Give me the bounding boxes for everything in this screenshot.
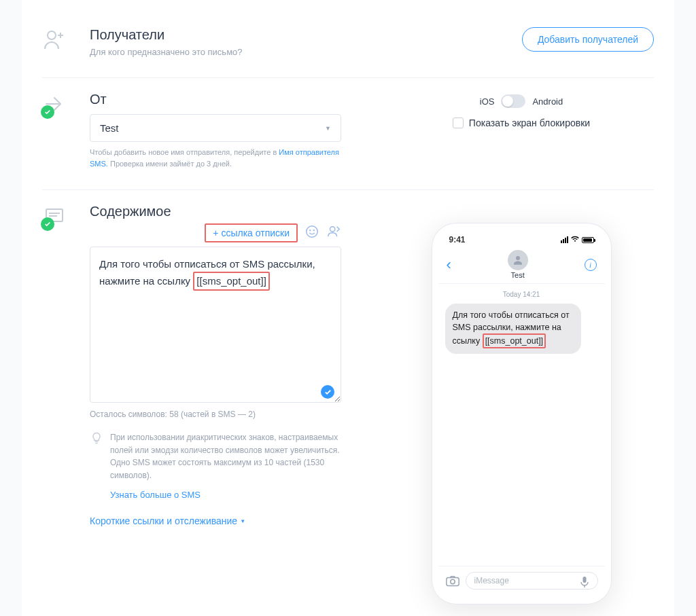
- content-title: Содержимое: [90, 204, 341, 219]
- platform-android-label: Android: [532, 96, 563, 107]
- imessage-input[interactable]: iMessage: [466, 572, 598, 590]
- mic-icon: [580, 576, 589, 585]
- svg-rect-11: [446, 578, 458, 586]
- check-badge-icon: [41, 105, 54, 119]
- status-icons: [561, 236, 594, 244]
- content-section: Содержимое + ссылка отписки Для того что…: [42, 190, 654, 616]
- lightbulb-icon: [90, 431, 103, 445]
- svg-point-12: [450, 579, 454, 583]
- recipients-icon: [42, 27, 67, 52]
- info-icon[interactable]: i: [585, 259, 597, 271]
- svg-point-8: [313, 230, 314, 231]
- chevron-down-icon: ▼: [325, 125, 331, 132]
- avatar-icon: [508, 250, 528, 270]
- status-time: 9:41: [449, 235, 466, 244]
- opt-out-link-button[interactable]: + ссылка отписки: [205, 223, 298, 242]
- message-bubble: Для того чтобы отписаться от SMS рассылк…: [445, 304, 581, 354]
- svg-rect-13: [582, 577, 586, 583]
- svg-point-6: [307, 226, 318, 238]
- validation-check-icon: [321, 385, 334, 399]
- emoji-icon[interactable]: [304, 224, 319, 242]
- platform-ios-label: iOS: [480, 96, 495, 107]
- tracking-toggle[interactable]: Короткие ссылки и отслеживание ▼: [90, 515, 341, 526]
- svg-point-0: [48, 31, 56, 39]
- learn-more-link[interactable]: Узнать больше о SMS: [110, 490, 201, 500]
- lockscreen-label: Показать экран блокировки: [469, 117, 590, 128]
- recipients-title: Получатели: [90, 27, 243, 43]
- back-icon[interactable]: ‹: [447, 256, 451, 274]
- battery-icon: [582, 237, 594, 243]
- from-section: От Test ▼ Чтобы добавить новое имя отпра…: [42, 78, 654, 190]
- sender-select-value: Test: [100, 122, 119, 134]
- svg-point-10: [516, 256, 520, 260]
- lockscreen-checkbox[interactable]: [453, 117, 464, 128]
- contact-name: Test: [511, 271, 525, 279]
- svg-point-7: [310, 230, 311, 231]
- svg-point-9: [330, 227, 335, 232]
- recipients-subtitle: Для кого предназначено это письмо?: [90, 47, 243, 57]
- recipients-section: Получатели Для кого предназначено это пи…: [42, 14, 654, 78]
- camera-icon[interactable]: [445, 575, 460, 587]
- from-title: От: [90, 92, 341, 107]
- sender-hint: Чтобы добавить новое имя отправителя, пе…: [90, 147, 341, 169]
- platform-toggle: iOS Android: [389, 94, 654, 108]
- signal-icon: [561, 236, 568, 243]
- wifi-icon: [570, 236, 580, 244]
- caret-down-icon: ▼: [240, 518, 245, 524]
- personalization-icon[interactable]: [326, 224, 341, 242]
- char-counter: Осталось символов: 58 (частей в SMS — 2): [90, 410, 341, 419]
- sender-select[interactable]: Test ▼: [90, 114, 341, 142]
- check-badge-icon: [41, 217, 54, 231]
- tip-text: При использовании диакритических знаков,…: [110, 431, 341, 482]
- add-recipients-button[interactable]: Добавить получателей: [522, 27, 654, 52]
- platform-switch[interactable]: [501, 94, 525, 108]
- phone-preview: 9:41 ‹: [432, 223, 612, 604]
- sms-content-textarea[interactable]: [90, 247, 341, 403]
- message-timestamp: Today 14:21: [445, 291, 598, 298]
- bubble-token: [[sms_opt_out]]: [483, 333, 546, 348]
